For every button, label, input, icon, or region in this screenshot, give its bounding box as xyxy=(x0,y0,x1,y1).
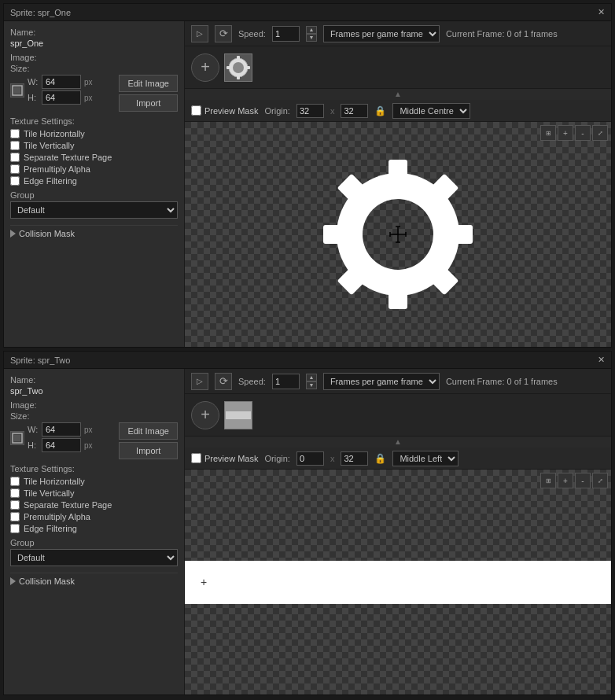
premul-label-1: Premultiply Alpha xyxy=(24,164,90,174)
import-btn-2[interactable]: Import xyxy=(119,442,178,459)
origin-preset-select-1[interactable]: Middle Centre xyxy=(392,103,470,119)
tile-v-label-2: Tile Vertically xyxy=(24,488,74,498)
edge-checkbox-2[interactable] xyxy=(10,524,20,533)
collision-mask-label-2: Collision Mask xyxy=(19,577,75,586)
spin-up-2[interactable]: ▲ xyxy=(306,374,317,381)
play-btn-1[interactable]: ▷ xyxy=(191,25,208,42)
right-panel-2: ▷ ⟳ Speed: ▲ ▼ Frames per game frame Cur… xyxy=(185,369,611,694)
animation-bar-1: ▷ ⟳ Speed: ▲ ▼ Frames per game frame Cur… xyxy=(185,21,611,46)
width-input-2[interactable] xyxy=(42,422,81,437)
frames-dropdown-1[interactable]: Frames per game frame xyxy=(323,25,440,42)
speed-input-1[interactable] xyxy=(272,26,300,42)
lock-icon-2[interactable]: 🔒 xyxy=(374,453,386,464)
origin-x-input-1[interactable] xyxy=(296,104,324,118)
collision-triangle-icon-1 xyxy=(10,230,16,238)
frames-strip-1: + xyxy=(185,46,611,89)
width-input-1[interactable] xyxy=(42,75,81,89)
collision-triangle-icon-2 xyxy=(10,577,16,585)
speed-input-2[interactable] xyxy=(272,374,300,389)
collision-mask-row-1[interactable]: Collision Mask xyxy=(10,225,178,241)
origin-y-input-1[interactable] xyxy=(341,104,368,118)
image-section-1: Size: W: xyxy=(10,64,178,112)
image-section-2: Size: W: xyxy=(10,411,178,459)
frame-thumb-1[interactable] xyxy=(224,53,252,82)
tile-v-checkbox-1[interactable] xyxy=(10,141,20,150)
edge-checkbox-1[interactable] xyxy=(10,176,20,186)
sep-tex-checkbox-1[interactable] xyxy=(10,153,20,162)
height-input-1[interactable] xyxy=(42,90,81,105)
origin-x-input-2[interactable] xyxy=(296,451,324,466)
premul-checkbox-1[interactable] xyxy=(10,164,20,174)
tile-h-label-1: Tile Horizontally xyxy=(24,129,85,138)
origin-y-input-2[interactable] xyxy=(341,451,368,466)
size-icon-1 xyxy=(10,83,24,98)
speed-label-2: Speed: xyxy=(238,377,266,386)
svg-rect-7 xyxy=(245,66,250,69)
width-row-1: W: px xyxy=(28,75,112,89)
lock-icon-1[interactable]: 🔒 xyxy=(374,105,386,116)
edge-row-2: Edge Filtering xyxy=(10,524,178,533)
edit-image-btn-1[interactable]: Edit Image xyxy=(119,75,178,92)
premul-row-1: Premultiply Alpha xyxy=(10,164,178,174)
panel-2-title: Sprite: spr_Two xyxy=(10,356,70,365)
size-inputs-1: W: px H: px xyxy=(10,75,112,108)
w-label-2: W: xyxy=(28,425,39,434)
tile-h-checkbox-2[interactable] xyxy=(10,477,20,486)
group-select-1[interactable]: Default xyxy=(10,201,178,219)
collision-mask-row-2[interactable]: Collision Mask xyxy=(10,573,178,589)
panel-top-arrow-1: ▲ xyxy=(185,89,611,100)
play-btn-2[interactable]: ▷ xyxy=(191,373,208,390)
image-buttons-2: Edit Image Import xyxy=(119,422,178,459)
sep-tex-row-2: Separate Texture Page xyxy=(10,500,178,510)
preview-mask-checkbox-1[interactable] xyxy=(191,105,201,116)
origin-bar-2: Preview Mask Origin: x 🔒 Middle Left xyxy=(185,448,611,470)
close-btn-2[interactable]: ✕ xyxy=(598,356,605,364)
height-input-2[interactable] xyxy=(42,438,81,452)
sep-tex-checkbox-2[interactable] xyxy=(10,500,20,510)
size-row-1: W: px H: px xyxy=(10,75,112,106)
speed-spinner-2: ▲ ▼ xyxy=(306,374,317,389)
frames-dropdown-2[interactable]: Frames per game frame xyxy=(323,373,440,390)
premul-checkbox-2[interactable] xyxy=(10,512,20,521)
svg-point-3 xyxy=(233,62,244,73)
titlebar-2: Sprite: spr_Two ✕ xyxy=(4,352,611,369)
edit-image-btn-2[interactable]: Edit Image xyxy=(119,422,178,440)
add-frame-btn-2[interactable]: + xyxy=(191,401,219,429)
zoom-in-btn-2[interactable]: + xyxy=(558,473,573,488)
size-label-2: Size: xyxy=(10,411,178,421)
spin-up-1[interactable]: ▲ xyxy=(306,26,317,34)
fit-btn-2[interactable]: ⤢ xyxy=(592,473,608,488)
image-label-2: Image: xyxy=(10,400,178,410)
tile-v-checkbox-2[interactable] xyxy=(10,488,20,498)
collision-mask-label-1: Collision Mask xyxy=(19,229,75,238)
zoom-out-btn-2[interactable]: - xyxy=(575,473,591,488)
frame-thumb-2[interactable] xyxy=(224,401,252,429)
origin-label-1: Origin: xyxy=(264,106,289,116)
tile-h-checkbox-1[interactable] xyxy=(10,129,20,138)
group-label-1: Group xyxy=(10,190,178,200)
sprite-panel-2: Sprite: spr_Two ✕ Name: spr_Two Image: S… xyxy=(3,351,612,695)
right-panel-1: ▷ ⟳ Speed: ▲ ▼ Frames per game frame Cur… xyxy=(185,21,611,347)
spin-down-2[interactable]: ▼ xyxy=(306,381,317,389)
group-select-2[interactable]: Default xyxy=(10,549,178,566)
add-frame-btn-1[interactable]: + xyxy=(191,53,219,82)
edge-label-2: Edge Filtering xyxy=(24,524,77,533)
preview-tools-1: ⊞ + - ⤢ xyxy=(540,125,608,141)
grid-tool-btn-1[interactable]: ⊞ xyxy=(540,125,556,141)
zoom-in-btn-1[interactable]: + xyxy=(558,125,573,141)
origin-preset-select-2[interactable]: Middle Left xyxy=(392,451,458,466)
crosshair-2: + xyxy=(201,577,207,588)
spin-down-1[interactable]: ▼ xyxy=(306,34,317,42)
grid-tool-btn-2[interactable]: ⊞ xyxy=(540,473,556,488)
panel-1-body: Name: spr_One Image: Size: xyxy=(4,21,611,347)
loop-btn-1[interactable]: ⟳ xyxy=(215,25,232,42)
close-btn-1[interactable]: ✕ xyxy=(598,8,605,17)
size-label-1: Size: xyxy=(10,64,178,73)
loop-btn-2[interactable]: ⟳ xyxy=(215,373,232,390)
zoom-out-btn-1[interactable]: - xyxy=(575,125,591,141)
preview-mask-checkbox-2[interactable] xyxy=(191,453,201,463)
fit-btn-1[interactable]: ⤢ xyxy=(592,125,608,141)
panel-1-title: Sprite: spr_One xyxy=(10,8,71,17)
import-btn-1[interactable]: Import xyxy=(119,94,178,112)
name-label-1: Name: xyxy=(10,28,178,37)
